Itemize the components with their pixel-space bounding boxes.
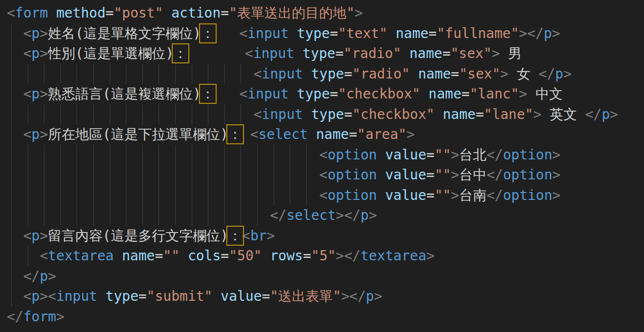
code-token: "表單送出的目的地" xyxy=(229,5,355,21)
indent-guide xyxy=(11,266,12,287)
code-line[interactable]: <option value="">台北</option> xyxy=(0,145,644,165)
code-token: name xyxy=(308,126,349,142)
indent-guide xyxy=(142,145,143,165)
code-line[interactable]: <p><input type="submit" value="送出表單"></p… xyxy=(0,286,644,307)
indent-guide xyxy=(208,64,208,84)
code-token: 英文 xyxy=(542,106,585,122)
code-token: "lanc" xyxy=(470,86,519,102)
indent-guide xyxy=(28,104,28,125)
indent-guide xyxy=(241,205,241,226)
code-token: > xyxy=(40,45,48,61)
unicode-highlight-box: ： xyxy=(228,126,242,142)
code-line[interactable]: <p>所在地區(這是下拉選單欄位)： <select name="area"> xyxy=(0,124,644,145)
indent-guide xyxy=(60,145,61,165)
code-line[interactable]: </select></p> xyxy=(0,205,644,226)
code-token: < xyxy=(40,248,48,264)
indent-guide xyxy=(28,145,28,165)
code-token xyxy=(215,86,240,102)
code-line[interactable]: <textarea name="" cols="50" rows="5"></t… xyxy=(0,246,644,266)
code-line[interactable]: <option value="">台中</option> xyxy=(0,165,644,185)
indent-guide xyxy=(11,205,12,226)
code-token: name xyxy=(401,45,442,61)
code-token: > xyxy=(492,45,500,61)
code-token: = xyxy=(443,45,451,61)
indent-guide xyxy=(175,104,176,125)
indent-guide xyxy=(11,165,12,185)
code-token: > xyxy=(56,309,64,325)
code-token: </ xyxy=(486,167,503,183)
code-token: p xyxy=(366,288,374,304)
code-token: "checkbox" xyxy=(352,106,435,122)
code-token: "submit" xyxy=(147,288,213,304)
indent-guide xyxy=(192,145,192,165)
indent-guide xyxy=(93,185,94,206)
indent-guide xyxy=(274,165,274,185)
indent-guide xyxy=(93,145,94,165)
indent-guide xyxy=(77,145,77,165)
code-line[interactable]: <input type="radio" name="sex"> 女 </p> xyxy=(0,64,644,84)
indent-guide xyxy=(44,104,44,125)
code-token: p xyxy=(361,207,369,223)
code-line[interactable]: </p> xyxy=(0,266,644,287)
code-token: </ xyxy=(23,268,40,284)
code-token: > xyxy=(552,187,561,203)
indent-guide xyxy=(192,64,192,84)
code-token: 留言內容(這是多行文字欄位) xyxy=(48,228,228,244)
code-token xyxy=(187,45,245,61)
code-line[interactable]: <p>姓名(這是單格文字欄位)： <input type="text" name… xyxy=(0,23,644,44)
code-line[interactable]: <option value="">台南</option> xyxy=(0,185,644,206)
code-token: name xyxy=(387,25,428,41)
indent-guide xyxy=(28,185,28,206)
code-token: 中文 xyxy=(527,86,563,102)
indent-guide xyxy=(93,64,94,84)
code-token: = xyxy=(462,86,470,102)
code-token: textarea xyxy=(361,248,426,264)
code-token: < xyxy=(320,187,328,203)
code-token xyxy=(7,228,23,244)
code-token: 男 xyxy=(500,45,522,61)
code-token: p xyxy=(32,45,40,61)
code-token: "area" xyxy=(357,126,406,142)
code-token: "5" xyxy=(311,248,336,264)
code-token: = xyxy=(221,5,229,21)
code-token xyxy=(7,207,270,223)
indent-guide xyxy=(44,185,44,206)
code-token: input xyxy=(262,106,303,122)
indent-guide xyxy=(274,145,274,165)
code-token: 姓名(這是單格文字欄位) xyxy=(48,25,201,41)
code-token: "lane" xyxy=(484,106,533,122)
code-token: input xyxy=(247,86,288,102)
code-token: p xyxy=(555,66,564,82)
code-token: < xyxy=(240,86,248,102)
code-line[interactable]: </form> xyxy=(0,307,644,327)
code-token: </ xyxy=(486,187,503,203)
code-editor[interactable]: <form method="post" action="表單送出的目的地"> <… xyxy=(0,0,644,332)
code-line[interactable]: <p>留言內容(這是多行文字欄位)：<br> xyxy=(0,226,644,246)
indent-guide xyxy=(306,145,307,165)
indent-guide xyxy=(11,84,12,104)
indent-guide xyxy=(257,185,258,206)
indent-guide xyxy=(306,165,307,185)
code-token: name xyxy=(435,106,476,122)
code-line[interactable]: <input type="checkbox" name="lane"> 英文 <… xyxy=(0,104,644,125)
indent-guide xyxy=(241,104,241,125)
indent-guide xyxy=(77,165,77,185)
code-token: > xyxy=(48,268,56,284)
code-token: < xyxy=(23,45,32,61)
code-line[interactable]: <p>熟悉語言(這是複選欄位)： <input type="checkbox" … xyxy=(0,84,644,104)
indent-guide xyxy=(175,185,176,206)
code-token: p xyxy=(32,25,40,41)
code-token: p xyxy=(40,268,48,284)
code-token: ></ xyxy=(519,25,544,41)
code-token: </ xyxy=(585,106,602,122)
code-token: 熟悉語言(這是複選欄位) xyxy=(48,86,201,102)
code-token: < xyxy=(7,5,15,21)
code-line[interactable]: <form method="post" action="表單送出的目的地"> xyxy=(0,3,644,23)
indent-guide xyxy=(11,246,12,266)
indent-guide xyxy=(77,185,77,206)
code-token: 所在地區(這是下拉選單欄位) xyxy=(48,126,228,142)
code-token: < xyxy=(23,25,32,41)
code-token: name xyxy=(114,248,155,264)
code-token: name xyxy=(410,66,451,82)
code-line[interactable]: <p>性別(這是單選欄位)： <input type="radio" name=… xyxy=(0,43,644,64)
